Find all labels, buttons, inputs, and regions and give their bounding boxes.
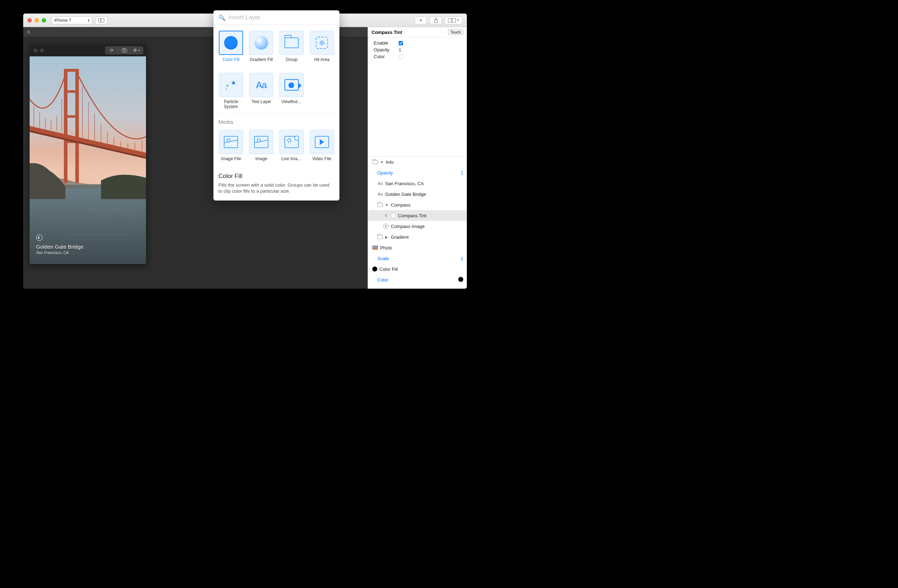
layer-info-opacity[interactable]: Opacity 1 <box>368 167 467 178</box>
media-section-label: Media <box>214 114 340 126</box>
cell-group[interactable]: Group <box>279 31 304 68</box>
layer-compass-image[interactable]: Compass Image <box>368 221 467 232</box>
preview-subtitle: San Francisco, CA <box>36 250 83 255</box>
svg-point-6 <box>123 50 125 52</box>
text-icon: Aa <box>377 191 383 197</box>
layer-gradient[interactable]: ▶ Gradient <box>368 232 467 242</box>
layer-color-fill-color[interactable]: Color <box>368 274 467 285</box>
detail-title: Color Fill <box>218 173 334 180</box>
chevron-down-icon: ▼ <box>457 18 459 22</box>
svg-rect-10 <box>64 69 68 183</box>
svg-rect-5 <box>122 49 127 52</box>
layer-info[interactable]: ▼ Info <box>368 157 467 167</box>
cell-particle-system[interactable]: ★ ★ ★ Particle System <box>218 73 244 110</box>
svg-rect-14 <box>64 115 79 118</box>
popover-detail: Color Fill Fills the screen with a solid… <box>214 169 340 201</box>
device-select[interactable]: iPhone 7 ▲▼ <box>52 17 92 24</box>
preview-tools: ⟳ ⚙▼ <box>105 46 143 54</box>
layer-photo-scale[interactable]: Scale 1 <box>368 253 467 264</box>
share-button[interactable] <box>430 17 442 24</box>
search-input[interactable] <box>228 14 334 21</box>
gradient-icon <box>254 36 268 49</box>
media-grid: Image File Image Live Ima… Video File <box>214 126 340 169</box>
disclosure-down-icon[interactable]: ▼ <box>380 160 384 164</box>
preview-reload-button[interactable]: ⟳ <box>105 46 118 54</box>
opacity-value[interactable]: 1 <box>399 47 463 52</box>
layer-compass[interactable]: ▼ Compass <box>368 200 467 210</box>
folder-icon <box>284 37 299 48</box>
folder-icon <box>378 235 383 239</box>
video-icon <box>315 136 329 148</box>
disclosure-right-icon[interactable]: ▶ <box>385 235 389 239</box>
prop-color: Color <box>374 54 463 59</box>
insert-layer-popover: 🔍 Color Fill Gradient Fill Group Hit Are… <box>214 10 340 201</box>
text-icon: Aa <box>256 80 267 91</box>
plus-icon: + <box>419 17 422 23</box>
particle-icon: ★ ★ ★ <box>224 78 238 92</box>
preview-traffic <box>34 49 44 52</box>
photo-icon <box>372 246 378 250</box>
chevron-updown-icon: ▲▼ <box>88 18 90 22</box>
preview-photo: Golden Gate Bridge San Francisco, CA <box>30 56 146 264</box>
layer-color-fill[interactable]: Color Fill <box>368 264 467 274</box>
inspector-properties: Enable Opacity 1 Color <box>368 37 467 63</box>
chevron-down-icon: ▼ <box>138 49 140 52</box>
layout-icon <box>98 18 104 23</box>
folder-icon <box>373 160 378 164</box>
compass-icon <box>383 224 388 229</box>
preview-settings-button[interactable]: ⚙▼ <box>130 46 143 54</box>
layer-photo[interactable]: Photo <box>368 242 467 253</box>
cell-image-file[interactable]: Image File <box>218 130 244 167</box>
cell-text-layer[interactable]: Aa Text Layer <box>249 73 274 110</box>
reload-icon: ⟳ <box>110 48 114 53</box>
layer-compass-tint[interactable]: ↯ Compass Tint <box>368 210 467 221</box>
svg-rect-1 <box>101 18 104 22</box>
add-button[interactable]: + <box>415 17 427 24</box>
disclosure-down-icon[interactable]: ▼ <box>385 203 389 207</box>
layout-toggle-button[interactable] <box>95 17 108 24</box>
preview-title: Golden Gate Bridge <box>36 244 83 250</box>
cell-live-image[interactable]: Live Ima… <box>279 130 304 167</box>
enable-checkbox[interactable] <box>399 41 403 45</box>
touch-button[interactable]: Touch <box>448 29 463 35</box>
book-icon <box>448 18 456 23</box>
close-button[interactable] <box>28 18 32 23</box>
window-controls <box>28 18 46 23</box>
cell-color-fill[interactable]: Color Fill <box>218 31 244 68</box>
search-icon: 🔍 <box>218 14 226 21</box>
cell-hit-area[interactable]: Hit Area <box>309 31 334 68</box>
maximize-button[interactable] <box>42 18 46 23</box>
svg-rect-0 <box>99 18 101 22</box>
inspector-header: Compass Tint Touch <box>368 27 467 37</box>
view-mode-button[interactable]: ▼ <box>445 17 463 24</box>
inspector-panel: Compass Tint Touch Enable Opacity 1 Colo… <box>368 27 467 289</box>
svg-rect-13 <box>64 90 79 93</box>
layer-sf[interactable]: Aa San Francisco, CA <box>368 178 467 189</box>
color-swatch[interactable] <box>399 54 404 59</box>
cell-image[interactable]: Image <box>249 130 274 167</box>
hit-area-icon <box>316 37 328 49</box>
cell-viewfinder[interactable]: Viewfind… <box>279 73 304 110</box>
share-icon <box>434 17 438 23</box>
preview-device: ⟳ ⚙▼ <box>30 44 146 264</box>
hamburger-icon[interactable]: ≡ <box>27 29 30 35</box>
svg-rect-4 <box>452 18 456 22</box>
camera-icon <box>122 48 127 52</box>
folder-icon <box>378 203 383 207</box>
preview-titlebar: ⟳ ⚙▼ <box>30 44 146 56</box>
text-icon: Aa <box>377 181 383 186</box>
svg-rect-11 <box>75 69 79 183</box>
gear-icon: ⚙ <box>133 48 137 53</box>
cell-gradient-fill[interactable]: Gradient Fill <box>249 31 274 68</box>
swatch-icon <box>458 277 463 282</box>
adjustment-icon: ↯ <box>383 213 389 218</box>
minimize-button[interactable] <box>35 18 39 23</box>
cell-video-file[interactable]: Video File <box>309 130 334 167</box>
layer-type-grid: Color Fill Gradient Fill Group Hit Area … <box>214 25 340 112</box>
inspector-title: Compass Tint <box>372 30 402 35</box>
live-image-icon <box>284 136 299 148</box>
preview-camera-button[interactable] <box>118 46 131 54</box>
prop-opacity: Opacity 1 <box>374 47 463 52</box>
layer-ggb[interactable]: Aa Golden Gate Bridge <box>368 189 467 200</box>
swatch-icon <box>372 267 377 272</box>
